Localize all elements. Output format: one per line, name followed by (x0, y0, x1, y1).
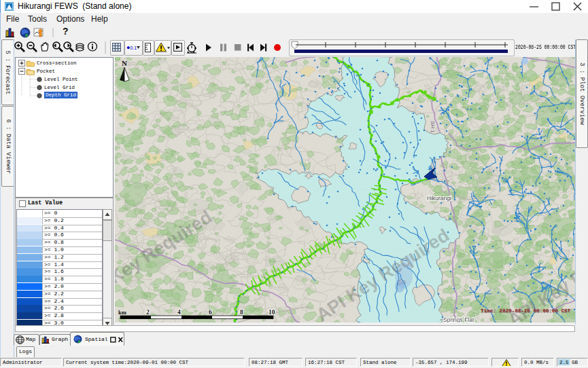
svg-text:Springs Flat: Springs Flat (443, 316, 474, 323)
svg-text:2: 2 (146, 309, 150, 316)
svg-text:SH 1: SH 1 (430, 121, 436, 133)
svg-text:N: N (122, 59, 127, 67)
svg-text:8: 8 (240, 309, 243, 316)
svg-text:Hikurangi: Hikurangi (427, 195, 451, 202)
svg-text:km: km (118, 309, 126, 316)
svg-text:6: 6 (209, 309, 212, 316)
svg-text:Time: 2020-08-25 00:00:00 CST: Time: 2020-08-25 00:00:00 CST (481, 308, 571, 314)
svg-text:10: 10 (269, 309, 275, 316)
svg-text:4: 4 (177, 309, 181, 316)
